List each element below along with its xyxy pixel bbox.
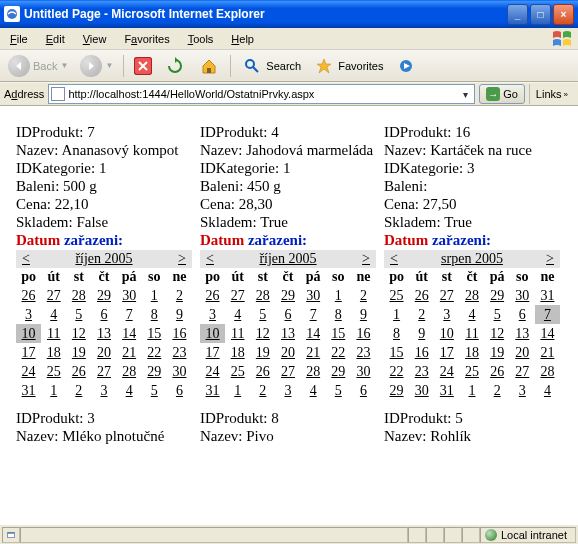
cal-day[interactable]: 4 <box>225 305 250 324</box>
cal-day[interactable]: 8 <box>142 305 167 324</box>
cal-day[interactable]: 20 <box>510 343 535 362</box>
cal-day[interactable]: 4 <box>535 381 560 400</box>
cal-day[interactable]: 19 <box>485 343 510 362</box>
cal-day[interactable]: 27 <box>510 362 535 381</box>
cal-day[interactable]: 3 <box>200 305 225 324</box>
cal-day[interactable]: 27 <box>225 286 250 305</box>
cal-day[interactable]: 29 <box>275 286 300 305</box>
cal-day[interactable]: 2 <box>250 381 275 400</box>
cal-day[interactable]: 28 <box>66 286 91 305</box>
cal-day[interactable]: 9 <box>409 324 434 343</box>
refresh-button[interactable] <box>160 53 190 79</box>
cal-day[interactable]: 31 <box>434 381 459 400</box>
cal-day[interactable]: 17 <box>16 343 41 362</box>
cal-day[interactable]: 4 <box>459 305 484 324</box>
cal-day[interactable]: 31 <box>535 286 560 305</box>
cal-day[interactable]: 28 <box>250 286 275 305</box>
cal-day[interactable]: 18 <box>459 343 484 362</box>
cal-day[interactable]: 6 <box>351 381 376 400</box>
home-button[interactable] <box>194 53 224 79</box>
menu-tools[interactable]: Tools <box>184 31 218 47</box>
menu-help[interactable]: Help <box>227 31 258 47</box>
cal-day[interactable]: 28 <box>301 362 326 381</box>
cal-next-button[interactable]: > <box>362 251 370 267</box>
cal-day[interactable]: 6 <box>91 305 116 324</box>
cal-day[interactable]: 28 <box>535 362 560 381</box>
cal-day[interactable]: 10 <box>16 324 41 343</box>
cal-day[interactable]: 11 <box>225 324 250 343</box>
cal-day[interactable]: 31 <box>16 381 41 400</box>
cal-next-button[interactable]: > <box>178 251 186 267</box>
cal-day[interactable]: 26 <box>485 362 510 381</box>
cal-day[interactable]: 24 <box>16 362 41 381</box>
cal-day[interactable]: 30 <box>510 286 535 305</box>
cal-day[interactable]: 29 <box>384 381 409 400</box>
cal-day[interactable]: 7 <box>301 305 326 324</box>
cal-day[interactable]: 16 <box>409 343 434 362</box>
cal-day[interactable]: 6 <box>510 305 535 324</box>
calendar[interactable]: <srpen 2005>poútstčtpásone25262728293031… <box>384 250 560 400</box>
cal-day[interactable]: 28 <box>117 362 142 381</box>
cal-day[interactable]: 12 <box>250 324 275 343</box>
menu-file[interactable]: File <box>6 31 32 47</box>
cal-day[interactable]: 6 <box>167 381 192 400</box>
cal-day[interactable]: 2 <box>351 286 376 305</box>
cal-day[interactable]: 13 <box>91 324 116 343</box>
cal-day[interactable]: 22 <box>142 343 167 362</box>
cal-day[interactable]: 22 <box>384 362 409 381</box>
cal-day[interactable]: 11 <box>41 324 66 343</box>
cal-day[interactable]: 26 <box>66 362 91 381</box>
cal-day[interactable]: 3 <box>16 305 41 324</box>
cal-day[interactable]: 15 <box>326 324 351 343</box>
cal-day[interactable]: 2 <box>167 286 192 305</box>
cal-next-button[interactable]: > <box>546 251 554 267</box>
cal-day[interactable]: 16 <box>351 324 376 343</box>
cal-day[interactable]: 26 <box>250 362 275 381</box>
cal-day[interactable]: 18 <box>225 343 250 362</box>
cal-day[interactable]: 7 <box>535 305 560 324</box>
cal-day[interactable]: 12 <box>485 324 510 343</box>
close-button[interactable]: × <box>553 4 574 25</box>
cal-day[interactable]: 15 <box>384 343 409 362</box>
cal-day[interactable]: 3 <box>510 381 535 400</box>
cal-day[interactable]: 24 <box>434 362 459 381</box>
menu-favorites[interactable]: Favorites <box>120 31 173 47</box>
cal-day[interactable]: 1 <box>142 286 167 305</box>
cal-day[interactable]: 4 <box>117 381 142 400</box>
cal-day[interactable]: 25 <box>41 362 66 381</box>
cal-day[interactable]: 26 <box>16 286 41 305</box>
cal-day[interactable]: 8 <box>326 305 351 324</box>
cal-day[interactable]: 30 <box>351 362 376 381</box>
cal-prev-button[interactable]: < <box>206 251 214 267</box>
cal-day[interactable]: 30 <box>301 286 326 305</box>
cal-day[interactable]: 11 <box>459 324 484 343</box>
forward-button[interactable]: ▼ <box>76 53 117 79</box>
cal-day[interactable]: 22 <box>326 343 351 362</box>
cal-day[interactable]: 8 <box>384 324 409 343</box>
menu-view[interactable]: View <box>79 31 111 47</box>
cal-day[interactable]: 2 <box>409 305 434 324</box>
stop-button[interactable] <box>130 55 156 77</box>
cal-day[interactable]: 23 <box>167 343 192 362</box>
cal-day[interactable]: 21 <box>301 343 326 362</box>
cal-day[interactable]: 16 <box>167 324 192 343</box>
menu-edit[interactable]: Edit <box>42 31 69 47</box>
links-button[interactable]: Links » <box>529 84 574 104</box>
cal-day[interactable]: 21 <box>535 343 560 362</box>
cal-day[interactable]: 29 <box>142 362 167 381</box>
cal-day[interactable]: 25 <box>384 286 409 305</box>
cal-day[interactable]: 23 <box>409 362 434 381</box>
cal-day[interactable]: 26 <box>409 286 434 305</box>
cal-day[interactable]: 1 <box>225 381 250 400</box>
cal-day[interactable]: 29 <box>485 286 510 305</box>
minimize-button[interactable]: _ <box>507 4 528 25</box>
cal-day[interactable]: 1 <box>326 286 351 305</box>
cal-day[interactable]: 14 <box>117 324 142 343</box>
cal-day[interactable]: 1 <box>41 381 66 400</box>
cal-day[interactable]: 19 <box>66 343 91 362</box>
cal-prev-button[interactable]: < <box>22 251 30 267</box>
cal-day[interactable]: 5 <box>485 305 510 324</box>
cal-day[interactable]: 2 <box>485 381 510 400</box>
cal-day[interactable]: 23 <box>351 343 376 362</box>
favorites-button[interactable]: Favorites <box>309 53 387 79</box>
